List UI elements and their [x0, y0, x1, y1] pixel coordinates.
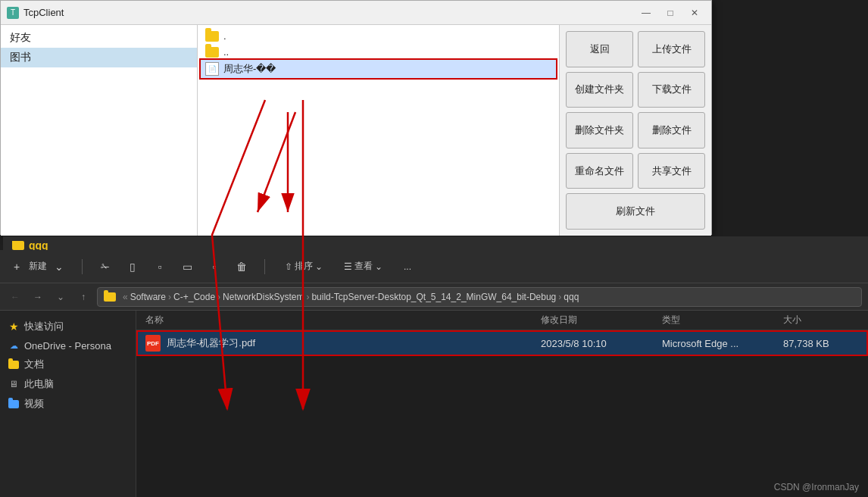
separator-1: [82, 259, 83, 274]
file-explorer: + 新建 ⌄ ✁ ▯ ▫ ▭ ▫ 🗑 ⇧ 排序 ⌄ ☰ 查看 ⌄ ... ← →…: [0, 250, 868, 497]
contact-list: 好友 图书: [1, 25, 198, 236]
tcp-file-browser: . .. 📄 周志华-��: [198, 25, 560, 236]
col-modified: 修改日期: [541, 314, 662, 327]
path-seg-2: C-+_Code: [173, 292, 215, 302]
folder-icon: [205, 31, 219, 42]
btn-mkdir[interactable]: 创建文件夹: [566, 72, 633, 108]
btn-upload[interactable]: 上传文件: [638, 31, 705, 67]
path-seg-3: NetworkDiskSystem: [223, 292, 304, 302]
sort-icon: ⇧: [285, 261, 292, 272]
file-name: ..: [223, 46, 229, 58]
new-label: 新建: [29, 260, 47, 273]
explorer-addressbar: ← → ⌄ ↑ « Software › C-+_Code › NetworkD…: [0, 283, 868, 311]
path-seg-4: build-TcpServer-Desktop_Qt_5_14_2_MinGW_…: [311, 292, 556, 302]
sort-chevron: ⌄: [315, 261, 323, 272]
folder-icon: [12, 241, 24, 250]
file-modified: 2023/5/8 10:10: [541, 338, 662, 349]
tcp-buttons: 返回 上传文件 创建文件夹 下载文件 删除文件夹 删除文件 重命名文件 共享文件…: [560, 25, 711, 236]
sidebar-item-documents[interactable]: 文档: [0, 355, 136, 374]
btn-download[interactable]: 下载文件: [638, 72, 705, 108]
move-icon[interactable]: ▫: [207, 259, 222, 274]
file-type: Microsoft Edge ...: [662, 338, 783, 349]
path-seg-1: Software: [130, 292, 166, 302]
tcp-body: 好友 图书 . .. 📄 周志华-�� 返回 上传文件 创建文件夹 下载文件 删…: [1, 25, 711, 236]
address-path-bar[interactable]: « Software › C-+_Code › NetworkDiskSyste…: [97, 287, 862, 307]
path-sep-1: ›: [168, 292, 171, 302]
col-size: 大小: [783, 314, 859, 327]
path-sep-3: ›: [306, 292, 309, 302]
file-name: 周志华-��: [223, 62, 276, 76]
delete-icon[interactable]: 🗑: [234, 259, 249, 274]
maximize-button[interactable]: □: [660, 5, 681, 20]
sidebar-item-videos[interactable]: 视频: [0, 394, 136, 414]
paste-icon[interactable]: ▫: [152, 259, 167, 274]
path-sep: «: [123, 292, 128, 302]
view-button[interactable]: ☰ 查看 ⌄: [339, 258, 387, 274]
close-button[interactable]: ✕: [684, 5, 705, 20]
chevron-down-icon[interactable]: ⌄: [52, 259, 67, 274]
path-seg-5: qqq: [564, 292, 579, 302]
forward-nav-button[interactable]: →: [29, 288, 47, 306]
contact-item-1[interactable]: 好友: [1, 28, 197, 48]
sort-button[interactable]: ⇧ 排序 ⌄: [280, 258, 327, 274]
up-nav-button[interactable]: ↑: [74, 288, 92, 306]
sidebar-item-quick-access[interactable]: ★ 快速访问: [0, 317, 136, 336]
file-item-dotdot[interactable]: ..: [201, 44, 556, 60]
path-sep-2: ›: [217, 292, 220, 302]
path-sep-4: ›: [558, 292, 561, 302]
recent-nav-button[interactable]: ⌄: [52, 288, 70, 306]
cut-icon[interactable]: ✁: [98, 259, 113, 274]
explorer-toolbar: + 新建 ⌄ ✁ ▯ ▫ ▭ ▫ 🗑 ⇧ 排序 ⌄ ☰ 查看 ⌄ ...: [0, 250, 868, 283]
more-label: ...: [404, 261, 411, 272]
sidebar-label: 快速访问: [24, 320, 64, 333]
col-type: 类型: [662, 314, 783, 327]
contact-item-2[interactable]: 图书: [1, 48, 197, 67]
computer-icon: 🖥: [8, 378, 20, 390]
folder-icon: [205, 47, 219, 58]
doc-icon: 📄: [205, 62, 219, 76]
file-item-dot[interactable]: .: [201, 28, 556, 44]
sidebar-label: 视频: [24, 397, 44, 411]
col-name: 名称: [145, 314, 541, 327]
tcp-title: TcpClient: [23, 7, 635, 18]
file-item-zhouzh[interactable]: 📄 周志华-��: [201, 60, 556, 78]
copy-icon[interactable]: ▯: [125, 259, 140, 274]
back-nav-button[interactable]: ←: [6, 288, 24, 306]
view-icon: ☰: [344, 261, 352, 272]
sidebar-item-onedrive[interactable]: ☁ OneDrive - Persona: [0, 336, 136, 355]
tcp-app-icon: T: [7, 7, 19, 19]
btn-rmdir[interactable]: 删除文件夹: [566, 112, 633, 148]
path-folder-icon: [104, 292, 116, 302]
new-section: + 新建 ⌄: [9, 259, 67, 274]
rename-icon[interactable]: ▭: [180, 259, 195, 274]
csdn-watermark: CSDN @IronmanJay: [774, 482, 859, 492]
plus-icon[interactable]: +: [9, 259, 24, 274]
btn-rmfile[interactable]: 删除文件: [638, 112, 705, 148]
sidebar-label: OneDrive - Persona: [24, 340, 111, 352]
explorer-sidebar: ★ 快速访问 ☁ OneDrive - Persona 文档 🖥 此电脑: [0, 311, 136, 497]
sidebar-label: 此电脑: [24, 377, 54, 391]
sidebar-item-computer[interactable]: 🖥 此电脑: [0, 374, 136, 394]
sidebar-label: 文档: [24, 358, 44, 371]
minimize-button[interactable]: —: [635, 5, 657, 20]
file-row-pdf[interactable]: PDF 周志华-机器学习.pdf 2023/5/8 10:10 Microsof…: [136, 330, 868, 356]
explorer-main: ★ 快速访问 ☁ OneDrive - Persona 文档 🖥 此电脑: [0, 311, 868, 497]
window-controls: — □ ✕: [635, 5, 705, 20]
separator-2: [264, 259, 265, 274]
star-icon: ★: [8, 320, 20, 333]
view-label: 查看: [354, 260, 373, 273]
tcp-client-window: T TcpClient — □ ✕ 好友 图书 . .. 📄 周志华-��: [0, 0, 712, 235]
view-chevron: ⌄: [375, 261, 382, 272]
btn-back[interactable]: 返回: [566, 31, 633, 67]
file-name: .: [223, 30, 226, 42]
btn-share[interactable]: 共享文件: [638, 153, 705, 189]
file-size: 87,738 KB: [783, 338, 859, 349]
more-button[interactable]: ...: [399, 260, 416, 274]
btn-rename[interactable]: 重命名文件: [566, 153, 633, 189]
filelist-header: 名称 修改日期 类型 大小: [136, 311, 868, 330]
file-name-cell: PDF 周志华-机器学习.pdf: [145, 335, 541, 352]
btn-refresh[interactable]: 刷新文件: [566, 193, 705, 230]
file-name: 周志华-机器学习.pdf: [167, 336, 255, 350]
folder-icon: [8, 358, 20, 370]
pdf-icon: PDF: [145, 335, 161, 352]
